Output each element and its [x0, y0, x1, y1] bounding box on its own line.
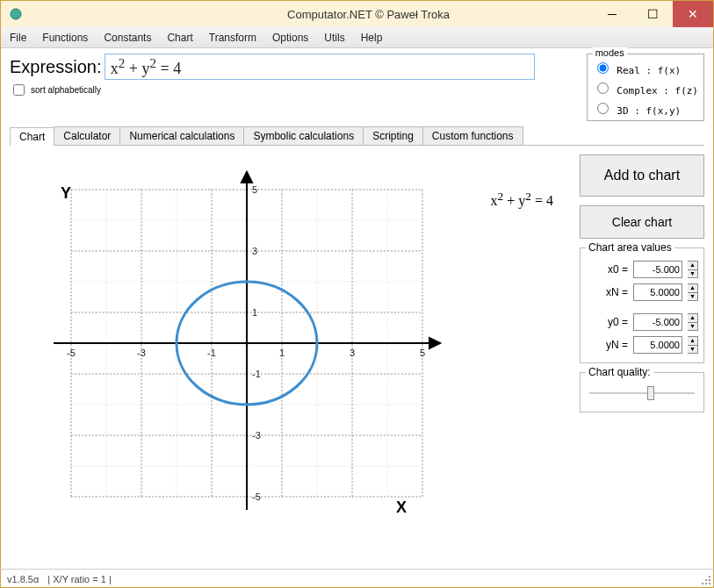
status-ratio: | X/Y ratio = 1 |	[47, 574, 111, 584]
svg-text:5: 5	[420, 348, 425, 358]
chart-quality-slider[interactable]	[586, 384, 698, 403]
tab-custom-functions[interactable]: Custom functions	[422, 126, 523, 145]
tab-symbolic[interactable]: Symbolic calculations	[243, 126, 364, 145]
status-version: v1.8.5α	[7, 574, 39, 584]
svg-text:X: X	[396, 498, 407, 516]
svg-text:3: 3	[350, 348, 355, 358]
menu-help[interactable]: Help	[361, 32, 383, 44]
x0-label: x0 =	[608, 263, 628, 276]
chart-equation-label: x2 + y2 = 4	[491, 190, 553, 209]
tab-strip: Chart Calculator Numerical calculations …	[10, 126, 704, 146]
menu-chart[interactable]: Chart	[167, 32, 192, 44]
resize-grip-icon[interactable]	[700, 574, 712, 586]
menu-options[interactable]: Options	[272, 32, 308, 44]
x0-input[interactable]	[633, 261, 682, 278]
tab-numerical[interactable]: Numerical calculations	[119, 126, 244, 145]
svg-point-0	[11, 9, 21, 19]
tab-scripting[interactable]: Scripting	[363, 126, 423, 145]
y0-input[interactable]	[633, 313, 682, 331]
menu-functions[interactable]: Functions	[42, 32, 88, 44]
svg-text:-5: -5	[67, 348, 76, 358]
svg-text:5: 5	[252, 184, 257, 195]
yN-label: yN =	[606, 339, 628, 351]
y0-spinner[interactable]: ▲▼	[688, 313, 698, 331]
menu-constants[interactable]: Constants	[104, 32, 151, 44]
mode-complex[interactable]: Complex : f(z)	[593, 80, 698, 97]
xN-label: xN =	[606, 286, 628, 298]
yN-input[interactable]	[633, 336, 682, 354]
modes-group: modes Real : f(x) Complex : f(z) 3D : f(…	[587, 54, 704, 121]
yN-spinner[interactable]: ▲▼	[688, 336, 698, 354]
svg-text:-1: -1	[207, 348, 216, 358]
sort-alpha-label: sort alphabetically	[31, 85, 101, 95]
svg-text:3: 3	[252, 246, 257, 256]
chart-area-values-group: Chart area values x0 = ▲▼ xN = ▲▼ y0 = ▲…	[580, 247, 704, 363]
titlebar: Computator.NET © Paweł Troka ─ ☐ ✕	[1, 1, 713, 27]
svg-rect-56	[709, 579, 710, 581]
mode-3d[interactable]: 3D : f(x,y)	[593, 100, 698, 117]
menubar: File Functions Constants Chart Transform…	[1, 27, 713, 48]
clear-chart-button[interactable]: Clear chart	[580, 205, 704, 239]
menu-transform[interactable]: Transform	[209, 32, 256, 44]
tab-calculator[interactable]: Calculator	[54, 126, 120, 145]
chart-quality-legend: Chart quality:	[586, 366, 653, 378]
add-to-chart-button[interactable]: Add to chart	[580, 154, 704, 197]
window-controls: ─ ☐ ✕	[592, 1, 713, 27]
svg-text:Y: Y	[61, 184, 71, 202]
expression-area: Expression: x2 + y2 = 4 sort alphabetica…	[10, 54, 578, 121]
chart-canvas[interactable]: -5-3-1135 531-1-3-5 Y X x2 + y2 = 4	[10, 154, 571, 558]
svg-text:-1: -1	[252, 369, 261, 379]
close-button[interactable]: ✕	[673, 1, 713, 27]
sort-alpha-checkbox[interactable]	[13, 84, 25, 96]
svg-marker-36	[429, 338, 440, 348]
chart-quality-group: Chart quality:	[580, 372, 704, 412]
svg-rect-57	[702, 583, 703, 584]
mode-real[interactable]: Real : f(x)	[593, 60, 698, 76]
svg-text:-3: -3	[137, 348, 146, 358]
chart-svg: -5-3-1135 531-1-3-5 Y X	[10, 154, 554, 532]
svg-text:1: 1	[252, 307, 257, 318]
chart-area-legend: Chart area values	[586, 241, 674, 254]
tab-chart[interactable]: Chart	[10, 127, 54, 146]
svg-text:-5: -5	[252, 491, 261, 502]
app-icon	[8, 6, 24, 22]
menu-file[interactable]: File	[10, 32, 26, 44]
xN-spinner[interactable]: ▲▼	[688, 283, 698, 301]
menu-utils[interactable]: Utils	[324, 32, 344, 44]
svg-text:1: 1	[279, 348, 285, 358]
svg-rect-59	[709, 576, 710, 577]
expression-label: Expression:	[10, 57, 102, 77]
maximize-button[interactable]: ☐	[632, 1, 673, 27]
modes-legend: modes	[593, 47, 627, 58]
svg-rect-58	[705, 579, 707, 581]
xN-input[interactable]	[633, 283, 682, 301]
y0-label: y0 =	[608, 316, 628, 328]
svg-rect-55	[705, 583, 707, 584]
minimize-button[interactable]: ─	[592, 1, 632, 27]
svg-marker-38	[242, 172, 252, 183]
expression-input[interactable]: x2 + y2 = 4	[105, 54, 535, 80]
statusbar: v1.8.5α | X/Y ratio = 1 |	[0, 569, 714, 588]
svg-rect-54	[709, 583, 710, 584]
svg-text:-3: -3	[252, 430, 261, 441]
x0-spinner[interactable]: ▲▼	[688, 261, 698, 278]
